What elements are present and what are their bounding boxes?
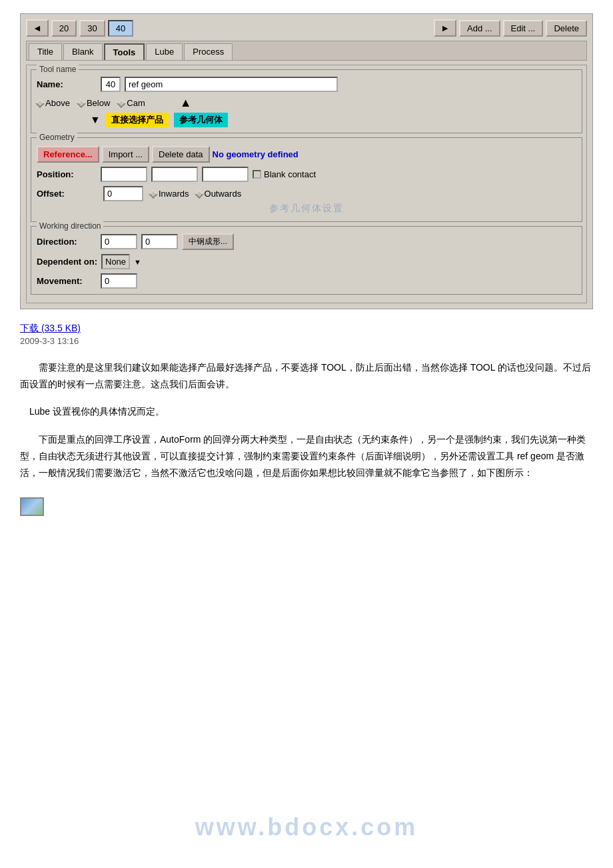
geometry-watermark-text: 参考几何体设置	[269, 203, 344, 213]
annotation-yellow-badge: 直接选择产品	[106, 113, 169, 127]
position-label: Position:	[37, 169, 97, 179]
position-radio-group: Above Below Cam ▲	[37, 96, 576, 110]
movement-row: Movement:	[37, 273, 576, 289]
offset-input[interactable]	[103, 186, 143, 201]
tool-name-section: Tool name Name: Above Below	[31, 69, 582, 133]
name-number-input[interactable]	[101, 77, 121, 92]
cam-label: Cam	[127, 98, 145, 108]
direction-value2-input[interactable]	[141, 234, 178, 249]
direction-row: Direction: 中钢成形...	[37, 233, 576, 250]
movement-value-input[interactable]	[101, 273, 137, 289]
direction-action-button[interactable]: 中钢成形...	[182, 233, 234, 250]
blank-contact-label: Blank contact	[264, 169, 316, 179]
tab-tools[interactable]: Tools	[104, 43, 145, 60]
name-field-row: Name:	[37, 77, 576, 92]
above-radio[interactable]: Above	[37, 98, 70, 108]
below-label: Below	[87, 98, 110, 108]
geometry-section-label: Geometry	[37, 133, 77, 142]
edit-button[interactable]: Edit ...	[503, 20, 544, 37]
position-row: Position: Blank contact	[37, 167, 576, 182]
cam-radio-icon	[117, 98, 126, 107]
tab-process[interactable]: Process	[184, 43, 233, 60]
inwards-radio[interactable]: Inwards	[150, 189, 189, 199]
name-value-input[interactable]	[125, 77, 338, 92]
annotation-pointer: ▲	[180, 96, 192, 110]
outwards-label: Outwards	[205, 189, 242, 199]
outwards-radio-icon	[194, 189, 203, 198]
reference-button[interactable]: Reference...	[37, 146, 99, 163]
inwards-label: Inwards	[159, 189, 189, 199]
cam-radio[interactable]: Cam	[118, 98, 145, 108]
delete-data-button[interactable]: Delete data	[152, 146, 210, 163]
above-radio-icon	[35, 98, 45, 107]
dependent-label: Dependent on:	[37, 257, 97, 267]
tab-blank[interactable]: Blank	[63, 43, 103, 60]
geometry-watermark: 参考几何体设置	[37, 201, 576, 216]
paragraph-1: 需要注意的是这里我们建议如果能选择产品最好选择产品，不要选择 TOOL，防止后面…	[20, 359, 593, 393]
image-placeholder	[20, 492, 593, 521]
tab-bar: Title Blank Tools Lube Process	[26, 41, 587, 61]
step-40-button[interactable]: 40	[108, 20, 133, 37]
direction-value1-input[interactable]	[101, 234, 137, 249]
delete-button[interactable]: Delete	[546, 20, 587, 37]
direction-label: Direction:	[37, 237, 97, 247]
download-link[interactable]: 下载 (33.5 KB)	[20, 323, 593, 335]
annotation-cyan-badge: 参考几何体	[174, 113, 228, 127]
download-info: 下载 (33.5 KB) 2009-3-3 13:16	[20, 323, 593, 346]
dependent-value[interactable]: None	[101, 254, 130, 269]
text-content: 需要注意的是这里我们建议如果能选择产品最好选择产品，不要选择 TOOL，防止后面…	[20, 359, 593, 521]
blank-contact-checkbox[interactable]: Blank contact	[253, 169, 316, 179]
above-label: Above	[45, 98, 70, 108]
position-y-input[interactable]	[151, 167, 198, 182]
page-container: ◄ 20 30 40 ► Add ... Edit ... Delete Tit…	[20, 13, 593, 521]
outwards-radio[interactable]: Outwards	[196, 189, 242, 199]
add-button[interactable]: Add ...	[459, 20, 500, 37]
download-date: 2009-3-3 13:16	[20, 336, 593, 346]
import-button[interactable]: Import ...	[102, 146, 149, 163]
blank-contact-check-icon	[253, 170, 261, 179]
movement-label: Movement:	[37, 276, 97, 286]
offset-label: Offset:	[37, 189, 97, 199]
name-label: Name:	[37, 79, 97, 89]
geometry-section: Geometry Reference... Import ... Delete …	[31, 137, 582, 222]
top-nav: ◄ 20 30 40 ► Add ... Edit ... Delete	[26, 19, 587, 37]
main-content: ref geom Tool name Name: Above Be	[26, 65, 587, 303]
tab-lube[interactable]: Lube	[146, 43, 183, 60]
working-direction-label: Working direction	[37, 221, 103, 231]
nav-next-button[interactable]: ►	[434, 19, 456, 37]
dialog-wrapper: ◄ 20 30 40 ► Add ... Edit ... Delete Tit…	[20, 13, 593, 309]
dependent-dropdown-icon[interactable]: ▼	[134, 258, 141, 266]
position-x-input[interactable]	[101, 167, 147, 182]
nav-prev-button[interactable]: ◄	[26, 19, 49, 37]
working-direction-section: Working direction Direction: 中钢成形... Dep…	[31, 226, 582, 295]
paragraph-3: 下面是重点的回弹工序设置，AutoForm 的回弹分两大种类型，一是自由状态（无…	[20, 431, 593, 482]
annotation-arrow-icon: ▼	[90, 114, 101, 126]
step-30-button[interactable]: 30	[79, 20, 105, 37]
step-20-button[interactable]: 20	[51, 20, 77, 37]
geometry-buttons: Reference... Import ... Delete data No g…	[37, 146, 576, 163]
no-geometry-label: No geometry defined	[213, 149, 299, 159]
offset-row: Offset: Inwards Outwards	[37, 186, 576, 201]
below-radio-icon	[77, 98, 86, 107]
tool-name-section-label: Tool name	[37, 65, 79, 74]
dependent-row: Dependent on: None ▼	[37, 254, 576, 269]
below-radio[interactable]: Below	[78, 98, 110, 108]
paragraph-2: Lube 设置视你的具体情况而定。	[29, 403, 593, 420]
annotation-row: ▼ 直接选择产品 参考几何体	[90, 113, 576, 127]
position-z-input[interactable]	[202, 167, 249, 182]
inwards-radio-icon	[149, 189, 158, 198]
tab-title[interactable]: Title	[29, 43, 62, 60]
